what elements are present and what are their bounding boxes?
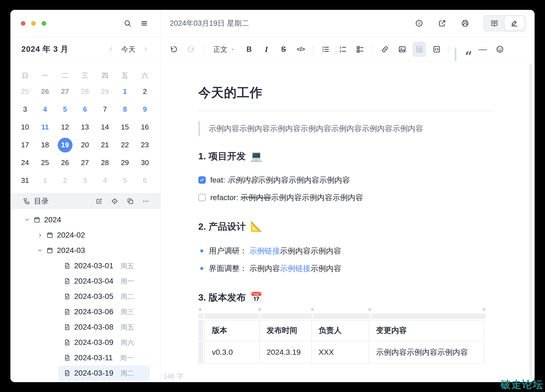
- calendar-day[interactable]: 17: [15, 136, 35, 154]
- horizontal-rule-button[interactable]: —: [476, 42, 489, 57]
- checkbox-unchecked[interactable]: [198, 194, 206, 201]
- table-cell[interactable]: 示例内容示例内容示例内容: [369, 341, 484, 364]
- undo-button[interactable]: [167, 42, 181, 57]
- ordered-list-button[interactable]: 12: [336, 42, 350, 57]
- tree-folder-2024-02[interactable]: 2024-02: [10, 227, 160, 243]
- calendar-day[interactable]: 1: [35, 172, 55, 189]
- link-button[interactable]: [378, 42, 392, 57]
- table-cell[interactable]: v0.3.0: [205, 341, 259, 364]
- calendar-day[interactable]: 5: [115, 172, 135, 189]
- info-icon[interactable]: [415, 19, 423, 27]
- more-icon[interactable]: [142, 198, 149, 205]
- table-button[interactable]: [413, 42, 426, 57]
- blockquote-button[interactable]: “: [455, 42, 472, 57]
- print-icon[interactable]: [461, 19, 469, 27]
- tree-file-2024-03-01[interactable]: 2024-03-01周五: [58, 258, 150, 273]
- tree-file-2024-03-11[interactable]: 2024-03-11周一: [58, 350, 150, 365]
- calendar-day[interactable]: 28: [95, 154, 115, 172]
- calendar-day[interactable]: 27: [75, 154, 95, 172]
- compose-icon[interactable]: [95, 198, 103, 205]
- inline-link[interactable]: 示例链接: [249, 247, 280, 255]
- mode-edit-button[interactable]: [505, 16, 525, 30]
- tree-file-2024-03-09[interactable]: 2024-03-09周六: [58, 335, 150, 350]
- calendar-day[interactable]: 5: [55, 100, 75, 118]
- calendar-day[interactable]: 12: [55, 118, 75, 136]
- bullet-list-button[interactable]: [319, 42, 332, 57]
- calendar-day[interactable]: 14: [95, 118, 115, 136]
- calendar-day[interactable]: 2: [55, 172, 75, 189]
- chevron-down-icon[interactable]: [37, 248, 42, 253]
- calendar-day[interactable]: 28: [75, 83, 95, 100]
- calendar-day[interactable]: 8: [115, 100, 135, 118]
- calendar-day[interactable]: 29: [95, 83, 115, 100]
- inline-code-button[interactable]: </>: [294, 42, 308, 57]
- strikethrough-button[interactable]: S: [277, 42, 290, 57]
- calendar-day[interactable]: 26: [35, 83, 55, 100]
- tree-file-2024-03-19[interactable]: 2024-03-19周二: [58, 365, 150, 381]
- code-block-button[interactable]: [430, 42, 443, 57]
- task-list-button[interactable]: [353, 42, 367, 57]
- calendar-day[interactable]: 21: [95, 136, 115, 154]
- inline-link[interactable]: 示例链接: [280, 264, 311, 273]
- table-row-selectors[interactable]: [198, 320, 203, 364]
- emoji-button[interactable]: [493, 42, 507, 57]
- today-button[interactable]: 今天: [121, 45, 135, 54]
- prev-month-icon[interactable]: [108, 46, 114, 52]
- tree-folder-2024[interactable]: 2024: [10, 212, 160, 227]
- search-icon[interactable]: [124, 19, 131, 27]
- chevron-down-icon[interactable]: [25, 217, 30, 222]
- calendar-day[interactable]: 3: [15, 100, 35, 118]
- calendar-day[interactable]: 1: [115, 83, 135, 100]
- locate-icon[interactable]: [111, 198, 118, 205]
- tree-file-2024-03-06[interactable]: 2024-03-06周三: [58, 304, 150, 319]
- calendar-day[interactable]: 16: [135, 118, 155, 136]
- share-icon[interactable]: [438, 19, 446, 27]
- calendar-day[interactable]: 31: [15, 172, 35, 189]
- table-cell[interactable]: 2024.3.19: [259, 341, 311, 364]
- calendar-day[interactable]: 25: [35, 154, 55, 172]
- image-button[interactable]: [395, 42, 409, 57]
- calendar-day[interactable]: 9: [135, 100, 155, 118]
- menu-icon[interactable]: [140, 19, 148, 27]
- calendar-day[interactable]: 7: [95, 100, 115, 118]
- minimize-window-button[interactable]: [31, 21, 36, 26]
- calendar-day[interactable]: 24: [15, 154, 35, 172]
- copy-icon[interactable]: [127, 198, 134, 205]
- table-cell[interactable]: XXX: [311, 341, 369, 364]
- calendar-day[interactable]: 26: [55, 154, 75, 172]
- calendar-day[interactable]: 29: [115, 154, 135, 172]
- calendar-day[interactable]: 13: [75, 118, 95, 136]
- calendar-day[interactable]: 4: [35, 100, 55, 118]
- zoom-window-button[interactable]: [42, 21, 46, 26]
- calendar-day[interactable]: 11: [35, 118, 55, 136]
- calendar-day[interactable]: 18: [35, 136, 55, 154]
- calendar-day[interactable]: 25: [15, 83, 35, 100]
- calendar-day[interactable]: 30: [135, 154, 155, 172]
- scrollbar[interactable]: [529, 64, 532, 379]
- tree-file-2024-03-04[interactable]: 2024-03-04周一: [58, 273, 150, 289]
- chevron-right-icon[interactable]: [37, 233, 42, 238]
- calendar-day[interactable]: 22: [115, 136, 135, 154]
- calendar-day[interactable]: 15: [115, 118, 135, 136]
- next-month-icon[interactable]: [143, 46, 149, 52]
- text-style-button[interactable]: 正文: [209, 42, 239, 57]
- calendar-day[interactable]: 10: [15, 118, 35, 136]
- table-column-selectors[interactable]: [198, 313, 488, 319]
- calendar-day[interactable]: 23: [135, 136, 155, 154]
- calendar-day[interactable]: 3: [75, 172, 95, 189]
- mode-read-button[interactable]: [484, 16, 505, 30]
- calendar-day[interactable]: 6: [135, 172, 155, 189]
- tree-folder-2024-03[interactable]: 2024-03: [10, 243, 160, 258]
- close-window-button[interactable]: [21, 21, 25, 26]
- italic-button[interactable]: I: [260, 42, 273, 57]
- tree-file-2024-03-05[interactable]: 2024-03-05周二: [58, 289, 150, 304]
- calendar-day[interactable]: 27: [55, 83, 75, 100]
- bold-button[interactable]: B: [242, 42, 256, 57]
- table-column-handles[interactable]: [198, 308, 488, 311]
- tree-file-2024-03-08[interactable]: 2024-03-08周五: [58, 319, 150, 335]
- calendar-day[interactable]: 6: [75, 100, 95, 118]
- checkbox-checked[interactable]: [198, 176, 206, 184]
- calendar-day[interactable]: 19: [55, 136, 75, 154]
- calendar-day[interactable]: 4: [95, 172, 115, 189]
- calendar-day[interactable]: 20: [75, 136, 95, 154]
